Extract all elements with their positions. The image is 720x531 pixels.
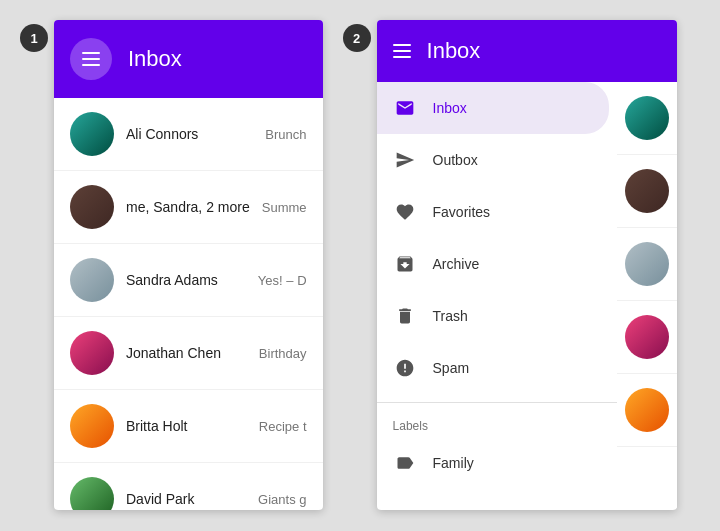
trash-icon [393, 304, 417, 328]
avatar-ali [70, 112, 114, 156]
peek-avatar-5 [625, 388, 669, 432]
outbox-icon [393, 148, 417, 172]
spam-icon [393, 356, 417, 380]
nav-item-family[interactable]: Family [377, 437, 609, 489]
avatar-britta [70, 404, 114, 448]
favorites-icon [393, 200, 417, 224]
phone1-header: Inbox [54, 20, 323, 98]
hamburger-icon-2 [393, 44, 411, 58]
email-list: Ali Connors Brunch me, Sandra, 2 more Su… [54, 98, 323, 510]
email-content-1: Ali Connors [126, 126, 253, 142]
nav-item-trash[interactable]: Trash [377, 290, 609, 342]
email-sender-6: David Park [126, 491, 246, 507]
email-item-1[interactable]: Ali Connors Brunch [54, 98, 323, 171]
peek-row-2 [617, 155, 677, 228]
email-item-2[interactable]: me, Sandra, 2 more Summe [54, 171, 323, 244]
archive-icon [393, 252, 417, 276]
phone-2: Inbox Inbox [377, 20, 677, 510]
nav-item-outbox[interactable]: Outbox [377, 134, 609, 186]
nav-item-spam[interactable]: Spam [377, 342, 609, 394]
email-tag-3: Yes! – D [258, 273, 307, 288]
peek-row-5 [617, 374, 677, 447]
avatar-jonathan [70, 331, 114, 375]
nav-label-family: Family [433, 455, 474, 471]
email-item-4[interactable]: Jonathan Chen Birthday [54, 317, 323, 390]
email-item-6[interactable]: David Park Giants g [54, 463, 323, 510]
nav-label-favorites: Favorites [433, 204, 491, 220]
labels-section-header: Labels [377, 411, 617, 437]
phone2-title: Inbox [427, 38, 481, 64]
drawer-email-peek [617, 82, 677, 508]
peek-avatar-4 [625, 315, 669, 359]
email-content-6: David Park [126, 491, 246, 507]
email-tag-4: Birthday [259, 346, 307, 361]
hamburger-icon-1 [82, 52, 100, 66]
nav-label-trash: Trash [433, 308, 468, 324]
nav-label-spam: Spam [433, 360, 470, 376]
peek-avatar-2 [625, 169, 669, 213]
email-sender-4: Jonathan Chen [126, 345, 247, 361]
peek-avatar-3 [625, 242, 669, 286]
email-tag-6: Giants g [258, 492, 306, 507]
email-sender-2: me, Sandra, 2 more [126, 199, 250, 215]
nav-label-archive: Archive [433, 256, 480, 272]
menu-button-1[interactable] [70, 38, 112, 80]
email-item-5[interactable]: Britta Holt Recipe t [54, 390, 323, 463]
drawer: Inbox Outbox [377, 82, 677, 508]
email-sender-5: Britta Holt [126, 418, 247, 434]
phone-1: Inbox Ali Connors Brunch me, Sandra, 2 m… [54, 20, 323, 510]
menu-button-2[interactable] [393, 44, 411, 58]
email-sender-1: Ali Connors [126, 126, 253, 142]
email-content-3: Sandra Adams [126, 272, 246, 288]
avatar-sandra [70, 258, 114, 302]
email-content-4: Jonathan Chen [126, 345, 247, 361]
drawer-nav: Inbox Outbox [377, 82, 617, 508]
phone2-header: Inbox [377, 20, 677, 82]
email-content-5: Britta Holt [126, 418, 247, 434]
nav-divider [377, 402, 617, 403]
email-item-3[interactable]: Sandra Adams Yes! – D [54, 244, 323, 317]
email-tag-2: Summe [262, 200, 307, 215]
badge-2: 2 [343, 24, 371, 52]
nav-item-archive[interactable]: Archive [377, 238, 609, 290]
avatar-me [70, 185, 114, 229]
email-content-2: me, Sandra, 2 more [126, 199, 250, 215]
peek-row-4 [617, 301, 677, 374]
peek-row-1 [617, 82, 677, 155]
nav-label-outbox: Outbox [433, 152, 478, 168]
email-sender-3: Sandra Adams [126, 272, 246, 288]
page-wrapper: 1 Inbox Ali Connors Brunch [20, 20, 700, 511]
badge-1: 1 [20, 24, 48, 52]
nav-item-favorites[interactable]: Favorites [377, 186, 609, 238]
email-tag-1: Brunch [265, 127, 306, 142]
panel-2-wrapper: 2 Inbox [343, 20, 677, 510]
label-family-icon [393, 451, 417, 475]
nav-item-inbox[interactable]: Inbox [377, 82, 609, 134]
avatar-david [70, 477, 114, 510]
phone1-title: Inbox [128, 46, 182, 72]
nav-label-inbox: Inbox [433, 100, 467, 116]
peek-avatar-1 [625, 96, 669, 140]
panel-1-wrapper: 1 Inbox Ali Connors Brunch [20, 20, 323, 510]
peek-row-3 [617, 228, 677, 301]
email-tag-5: Recipe t [259, 419, 307, 434]
inbox-icon [393, 96, 417, 120]
